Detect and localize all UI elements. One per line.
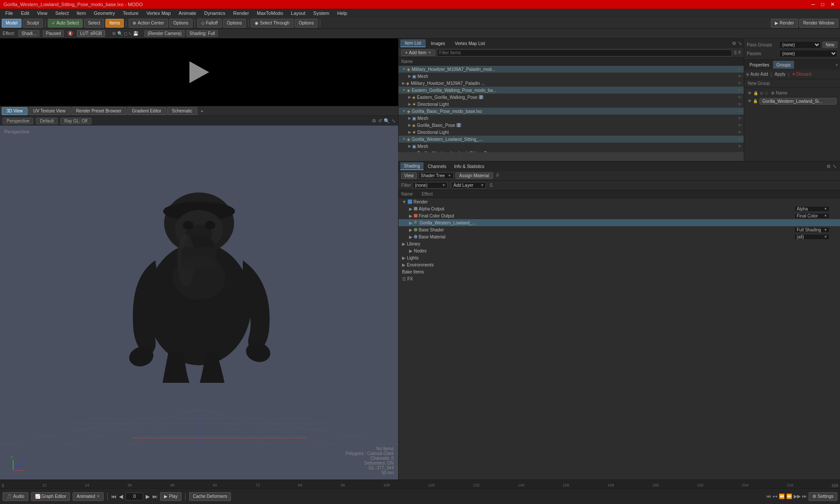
shading-dropdown[interactable]: Default — [36, 118, 58, 124]
tree-item-0[interactable]: ▼ ◈ Military_Howitzer_M109A7_Paladin_mod… — [399, 66, 744, 73]
pass-groups-dropdown[interactable]: (none) — [779, 41, 821, 49]
menu-help[interactable]: Help — [334, 9, 351, 18]
item-list-settings-icon[interactable]: ⚙ — [732, 41, 736, 46]
animated-dropdown[interactable]: Animated ▼ — [73, 492, 104, 501]
tree-item-11[interactable]: ▶ ▣ Mesh 👁 — [399, 143, 744, 150]
shader-final-color-output[interactable]: ▶ Final Color Output Final Color ▼ — [399, 212, 840, 219]
alpha-effect-dropdown[interactable]: Alpha ▼ — [794, 206, 830, 212]
timeline-ruler[interactable]: 0 12 24 36 48 60 72 84 96 108 120 132 14… — [0, 480, 840, 488]
tree-item-1[interactable]: ▶ ▣ Mesh 👁 — [399, 73, 744, 80]
shading-settings-icon[interactable]: ⚙ — [826, 164, 831, 169]
minimize-button[interactable]: ─ — [809, 1, 817, 7]
tree-item-7[interactable]: ▶ ▣ Mesh 👁 — [399, 115, 744, 122]
render-button[interactable]: ▶ Render — [771, 19, 798, 28]
render-window-button[interactable]: Render Window — [799, 19, 838, 28]
menu-system[interactable]: System — [310, 9, 333, 18]
next-keyframe-button[interactable]: ⏭ — [152, 494, 158, 500]
add-item-button[interactable]: + Add Item ▼ — [401, 49, 435, 56]
tree-item-12[interactable]: ▶ ◈ Gorilla_Western_Lowland_Sitting_Pos … — [399, 150, 744, 152]
shader-tree-content[interactable]: ▼ Render ▶ Alpha Output Alpha ▼ — [399, 198, 840, 480]
tab-add-button[interactable]: + — [198, 108, 206, 114]
prev-frame-button[interactable]: ◀ — [119, 494, 123, 500]
filter-none-dropdown[interactable]: (none) ▼ — [413, 182, 448, 189]
audio-button[interactable]: 🎵 Audio — [3, 492, 28, 501]
shader-gorilla-material[interactable]: ▶ Gorilla_Western_Lowland_... — [399, 219, 840, 226]
tab-info-statistics[interactable]: Info & Statistics — [451, 162, 488, 170]
next-frame-button[interactable]: ▶ — [146, 494, 150, 500]
settings-button[interactable]: ⚙ Settings — [808, 492, 837, 501]
filter-items-input[interactable] — [437, 49, 732, 56]
perspective-dropdown[interactable]: Perspective — [3, 118, 33, 124]
add-layer-dropdown[interactable]: Add Layer ▼ — [451, 182, 486, 189]
tab-images[interactable]: Images — [427, 39, 450, 47]
play-button[interactable]: ▶ Play — [160, 492, 181, 501]
menu-select[interactable]: Select — [52, 9, 72, 18]
tree-item-6[interactable]: ▼ ◈ Gorilla_Basic_Pose_modo_base.lxo 👁 — [399, 108, 744, 115]
menu-vertex-map[interactable]: Vertex Map — [143, 9, 175, 18]
menu-file[interactable]: File — [2, 9, 17, 18]
shader-render-item[interactable]: ▼ Render — [399, 198, 840, 205]
prop-apply-btn[interactable]: Apply — [774, 72, 785, 77]
tree-item-5[interactable]: ▶ ☀ Directional Light 👁 — [399, 101, 744, 108]
pass-groups-new-button[interactable]: New — [822, 42, 837, 48]
viewport-expand-icon[interactable]: ⤡ — [392, 118, 396, 124]
tab-channels[interactable]: Channels — [424, 162, 450, 170]
shader-base-material[interactable]: ▶ Base Material (all) ▼ — [399, 233, 840, 240]
auto-select-button[interactable]: ✓ Auto Select — [48, 19, 83, 28]
baseshader-effect-dropdown[interactable]: Full Shading ▼ — [794, 227, 830, 233]
assign-material-button[interactable]: Assign Material — [455, 172, 493, 179]
select-through-button[interactable]: ◉ Select Through — [251, 19, 294, 28]
item-list-expand-icon[interactable]: ⤡ — [738, 41, 742, 46]
cache-deformers-button[interactable]: Cache Deformers — [189, 492, 231, 501]
action-center-button[interactable]: ⊕ Action Center — [129, 19, 168, 28]
shader-tree-dropdown[interactable]: Shader Tree ▼ — [419, 172, 454, 179]
viewport-settings-icon[interactable]: ⚙ — [372, 118, 376, 124]
tree-item-3[interactable]: ▼ ◈ Eastern_Gorilla_Walking_Pose_modo_ba… — [399, 87, 744, 94]
viewport-search-icon[interactable]: 🔍 — [384, 118, 390, 124]
shader-fx[interactable]: ☰ FX — [399, 275, 840, 282]
graph-editor-button[interactable]: 📈 Graph Editor — [31, 492, 70, 501]
shader-bake-items[interactable]: Bake Items — [399, 268, 840, 275]
menu-texture[interactable]: Texture — [119, 9, 142, 18]
shader-lights[interactable]: ▶ Lights — [399, 254, 840, 261]
properties-add-icon[interactable]: + — [836, 62, 838, 67]
raygl-button[interactable]: Ray GL: Off — [60, 118, 91, 124]
prev-keyframe-button[interactable]: ⏮ — [111, 494, 116, 500]
shader-alpha-output[interactable]: ▶ Alpha Output Alpha ▼ — [399, 205, 840, 212]
tab-properties[interactable]: Properties — [746, 61, 773, 69]
maximize-button[interactable]: □ — [819, 1, 826, 7]
tree-item-9[interactable]: ▶ ☀ Directional Light 👁 — [399, 129, 744, 136]
falloff-button[interactable]: ◇ Falloff — [197, 19, 222, 28]
select-button[interactable]: Select — [84, 19, 104, 28]
play-button[interactable] — [186, 59, 212, 85]
shading-expand-icon[interactable]: ⤡ — [833, 164, 836, 169]
tree-item-10[interactable]: ▼ ◈ Gorilla_Western_Lowland_Sitting_... … — [399, 136, 744, 143]
video-preview-area[interactable] — [0, 38, 398, 106]
tab-shading[interactable]: Shading — [400, 162, 424, 170]
menu-dynamics[interactable]: Dynamics — [201, 9, 229, 18]
prop-add-btn[interactable]: Auto Add — [750, 72, 768, 77]
passes-dropdown[interactable]: (none) — [779, 50, 837, 57]
close-button[interactable]: ✕ — [829, 1, 836, 7]
tab-3d-view[interactable]: 3D View — [2, 107, 28, 115]
tree-item-2[interactable]: ▶ ◈ Military_Howitzer_M109A7_Paladin ...… — [399, 80, 744, 87]
item-list-content[interactable]: ▼ ◈ Military_Howitzer_M109A7_Paladin_mod… — [399, 66, 744, 152]
tab-groups[interactable]: Groups — [773, 61, 794, 69]
tab-gradient-editor[interactable]: Gradient Editor — [127, 107, 166, 115]
sculpt-mode-button[interactable]: Sculpt — [23, 19, 43, 28]
tab-vertex-map-list[interactable]: Vertex Map List — [451, 39, 490, 47]
basematerial-effect-dropdown[interactable]: (all) ▼ — [794, 234, 830, 240]
shader-nodes[interactable]: ▶ Nodes — [399, 247, 840, 254]
shader-base-shader[interactable]: ▶ Base Shader Full Shading ▼ — [399, 226, 840, 233]
viewport-reset-icon[interactable]: ↺ — [378, 118, 382, 124]
items-button[interactable]: Items — [105, 19, 124, 28]
viewport-3d[interactable]: Perspective Default Ray GL: Off ⚙ ↺ 🔍 ⤡ … — [0, 116, 398, 480]
menu-layout[interactable]: Layout — [287, 9, 309, 18]
menu-view[interactable]: View — [34, 9, 51, 18]
tree-item-4[interactable]: ▶ ◈ Eastern_Gorilla_Walking_Pose 2 👁 — [399, 94, 744, 101]
menu-edit[interactable]: Edit — [18, 9, 33, 18]
model-mode-button[interactable]: Model — [2, 19, 21, 28]
menu-maxtomodo[interactable]: MaxToModo — [253, 9, 287, 18]
prop-discard-btn[interactable]: Discard — [796, 72, 811, 77]
options-button-1[interactable]: Options — [169, 19, 192, 28]
